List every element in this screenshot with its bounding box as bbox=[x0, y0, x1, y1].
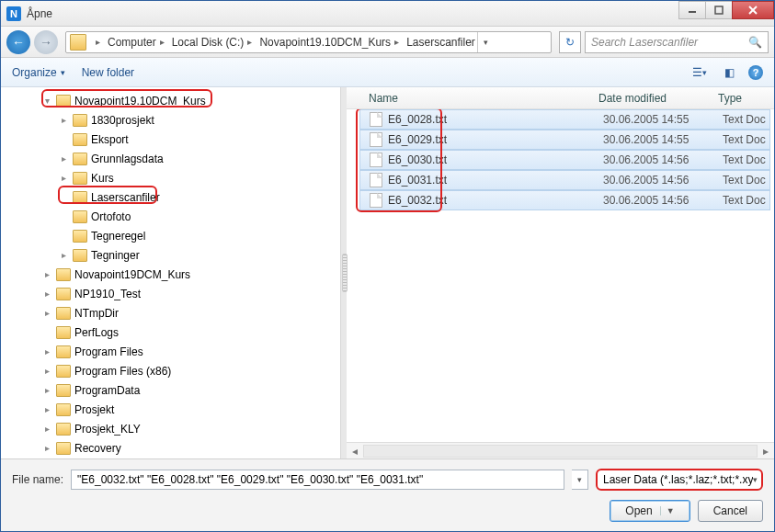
file-type-filter[interactable]: Laser Data (*.las;*.laz;*.txt;*.xyz) ▾ bbox=[596, 469, 763, 491]
tree-item[interactable]: ▾Novapoint19.10DCM_Kurs bbox=[5, 91, 340, 110]
tree-item[interactable]: Laserscanfiler bbox=[5, 187, 340, 207]
filename-dropdown[interactable]: ▾ bbox=[572, 470, 588, 490]
tree-item[interactable]: ▸Grunnlagsdata bbox=[5, 149, 340, 168]
crumb-computer[interactable]: Computer▸ bbox=[106, 32, 170, 52]
address-dropdown[interactable]: ▾ bbox=[477, 32, 494, 52]
tree-item[interactable]: ▸ProgramData bbox=[5, 380, 340, 400]
file-row[interactable]: E6_0028.txt30.06.2005 14:55Text Doc bbox=[359, 109, 770, 130]
file-row[interactable]: E6_0031.txt30.06.2005 14:56Text Doc bbox=[359, 170, 770, 190]
app-icon: N bbox=[6, 6, 21, 21]
chevron-down-icon: ▾ bbox=[753, 475, 758, 484]
file-name: E6_0030.txt bbox=[388, 153, 603, 166]
tree-item[interactable]: Tegneregel bbox=[5, 226, 340, 245]
crumb-novapoint[interactable]: Novapoint19.10DCM_Kurs▸ bbox=[257, 32, 405, 52]
file-list[interactable]: E6_0028.txt30.06.2005 14:55Text DocE6_00… bbox=[347, 109, 774, 442]
col-type-header[interactable]: Type bbox=[718, 92, 774, 105]
footer: File name: "E6_0032.txt" "E6_0028.txt" "… bbox=[1, 458, 774, 531]
dialog-body: ▾Novapoint19.10DCM_Kurs▸1830prosjektEksp… bbox=[1, 87, 774, 458]
tree-item-label: Program Files (x86) bbox=[74, 365, 171, 378]
folder-icon bbox=[56, 95, 71, 108]
tree-item[interactable]: ▸Prosjekt bbox=[5, 400, 340, 419]
tree-item[interactable]: ▸Tegninger bbox=[5, 245, 340, 265]
col-name-header[interactable]: Name bbox=[369, 92, 598, 105]
folder-tree[interactable]: ▾Novapoint19.10DCM_Kurs▸1830prosjektEksp… bbox=[1, 87, 341, 458]
file-row[interactable]: E6_0032.txt30.06.2005 14:56Text Doc bbox=[359, 190, 770, 210]
tree-item[interactable]: Ortofoto bbox=[5, 207, 340, 226]
file-row[interactable]: E6_0030.txt30.06.2005 14:56Text Doc bbox=[359, 150, 770, 170]
expand-icon[interactable]: ▸ bbox=[58, 250, 69, 260]
view-mode-button[interactable]: ☰ ▾ bbox=[690, 62, 710, 83]
forward-button[interactable]: → bbox=[34, 30, 58, 54]
file-name: E6_0032.txt bbox=[388, 194, 603, 207]
folder-icon bbox=[56, 442, 71, 455]
tree-item-label: 1830prosjekt bbox=[91, 114, 154, 127]
close-button[interactable] bbox=[732, 1, 774, 19]
tree-item[interactable]: Eksport bbox=[5, 130, 340, 149]
preview-pane-button[interactable]: ◧ bbox=[719, 62, 739, 83]
file-date: 30.06.2005 14:55 bbox=[603, 133, 723, 146]
refresh-button[interactable]: ↻ bbox=[559, 31, 581, 53]
crumb-label: Computer bbox=[108, 36, 156, 49]
tree-item[interactable]: ▸Recovery bbox=[5, 438, 340, 458]
scroll-left-arrow[interactable]: ◂ bbox=[347, 445, 363, 458]
tree-item[interactable]: ▸Program Files bbox=[5, 342, 340, 361]
file-name: E6_0028.txt bbox=[388, 113, 603, 126]
cancel-button[interactable]: Cancel bbox=[698, 500, 763, 522]
tree-item[interactable]: ▸NP1910_Test bbox=[5, 284, 340, 303]
horizontal-scrollbar[interactable]: ◂ ▸ bbox=[347, 442, 774, 458]
folder-icon bbox=[56, 403, 71, 416]
organize-button[interactable]: Organize ▾ bbox=[12, 66, 65, 79]
file-type: Text Doc bbox=[723, 194, 766, 207]
file-type: Text Doc bbox=[723, 174, 766, 187]
organize-label: Organize bbox=[12, 66, 57, 79]
maximize-button[interactable] bbox=[705, 1, 733, 19]
tree-item-label: Tegninger bbox=[91, 249, 140, 262]
tree-item[interactable]: ▸Kurs bbox=[5, 168, 340, 187]
tree-item-label: NTmpDir bbox=[74, 307, 119, 320]
expand-icon[interactable]: ▸ bbox=[41, 289, 52, 299]
expand-icon[interactable]: ▸ bbox=[41, 385, 52, 395]
crumb-sep-root[interactable]: ▸ bbox=[90, 32, 106, 52]
expand-icon[interactable]: ▸ bbox=[41, 404, 52, 414]
file-date: 30.06.2005 14:56 bbox=[603, 194, 723, 207]
tree-item[interactable]: ▸Program Files (x86) bbox=[5, 361, 340, 380]
col-date-header[interactable]: Date modified bbox=[598, 92, 718, 105]
scroll-right-arrow[interactable]: ▸ bbox=[758, 445, 774, 458]
tree-item-label: PerfLogs bbox=[74, 326, 119, 339]
tree-item-label: NP1910_Test bbox=[74, 288, 141, 300]
crumb-label: Novapoint19.10DCM_Kurs bbox=[259, 36, 391, 49]
tree-item[interactable]: ▸1830prosjekt bbox=[5, 110, 340, 130]
expand-icon[interactable]: ▸ bbox=[41, 269, 52, 279]
open-split-arrow[interactable]: ▼ bbox=[660, 506, 675, 515]
new-folder-button[interactable]: New folder bbox=[82, 66, 134, 79]
back-button[interactable]: ← bbox=[6, 30, 30, 54]
scroll-track[interactable] bbox=[363, 445, 758, 458]
help-icon[interactable]: ? bbox=[748, 65, 763, 80]
address-bar[interactable]: ▸ Computer▸ Local Disk (C:)▸ Novapoint19… bbox=[65, 31, 552, 53]
expand-icon[interactable]: ▸ bbox=[41, 424, 52, 434]
expand-icon[interactable]: ▸ bbox=[58, 115, 69, 125]
tree-item[interactable]: ▸Novapoint19DCM_Kurs bbox=[5, 265, 340, 284]
file-icon bbox=[370, 193, 382, 208]
expand-icon[interactable]: ▾ bbox=[41, 96, 52, 106]
filename-input[interactable]: "E6_0032.txt" "E6_0028.txt" "E6_0029.txt… bbox=[71, 470, 564, 490]
expand-icon[interactable]: ▸ bbox=[58, 173, 69, 183]
search-input[interactable]: Search Laserscanfiler 🔍 bbox=[585, 31, 769, 53]
expand-icon[interactable]: ▸ bbox=[41, 443, 52, 453]
expand-icon[interactable]: ▸ bbox=[41, 366, 52, 376]
tree-item-label: Novapoint19DCM_Kurs bbox=[74, 268, 190, 281]
tree-item[interactable]: ▸NTmpDir bbox=[5, 303, 340, 323]
minimize-button[interactable] bbox=[678, 1, 706, 19]
file-row[interactable]: E6_0029.txt30.06.2005 14:55Text Doc bbox=[359, 130, 770, 150]
expand-icon[interactable]: ▸ bbox=[58, 153, 69, 164]
window-buttons bbox=[679, 1, 774, 19]
crumb-laserscan[interactable]: Laserscanfiler bbox=[405, 32, 477, 52]
tree-item-label: Novapoint19.10DCM_Kurs bbox=[74, 95, 206, 108]
open-label: Open bbox=[625, 504, 652, 517]
crumb-localdisk[interactable]: Local Disk (C:)▸ bbox=[170, 32, 258, 52]
open-button[interactable]: Open▼ bbox=[610, 500, 690, 522]
tree-item[interactable]: ▸Prosjekt_KLY bbox=[5, 419, 340, 438]
expand-icon[interactable]: ▸ bbox=[41, 346, 52, 357]
tree-item[interactable]: PerfLogs bbox=[5, 323, 340, 342]
expand-icon[interactable]: ▸ bbox=[41, 308, 52, 318]
